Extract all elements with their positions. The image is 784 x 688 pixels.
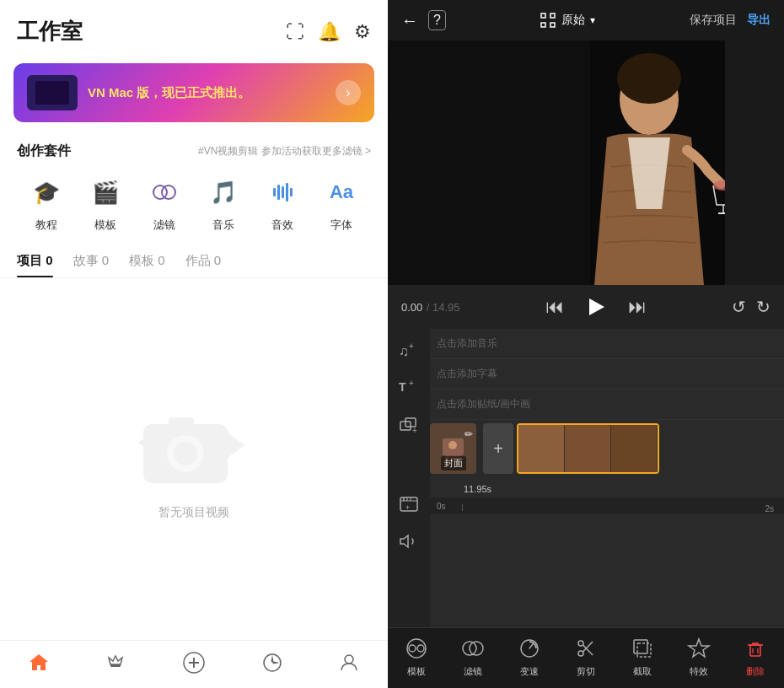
undo-button[interactable]: ↺ (732, 297, 746, 317)
settings-icon[interactable]: ⚙ (354, 21, 371, 43)
skip-back-button[interactable]: ⏮ (545, 296, 564, 318)
toolbar-template[interactable]: 模板 (388, 635, 444, 678)
svg-rect-24 (550, 23, 555, 27)
toolbar-cut[interactable]: 剪切 (557, 635, 614, 678)
svg-point-57 (578, 641, 583, 646)
toolbar-crop-label: 截取 (633, 665, 652, 678)
svg-marker-11 (228, 433, 244, 458)
add-overlay-tool-icon[interactable]: + (394, 410, 424, 440)
mode-selector[interactable]: 原始 ▾ (540, 12, 595, 29)
creation-item-font[interactable]: Aa 字体 (321, 172, 362, 233)
profile-icon (338, 652, 360, 674)
creation-item-filter[interactable]: 滤镜 (144, 172, 185, 233)
add-clip-tool-icon[interactable]: + (394, 489, 424, 519)
play-triangle-icon (589, 298, 604, 315)
video-preview (388, 40, 784, 285)
expand-icon[interactable]: ⛶ (286, 21, 304, 43)
creation-item-soundeffect[interactable]: 音效 (262, 172, 303, 233)
video-frame (388, 40, 784, 285)
creation-item-template[interactable]: 🎬 模板 (85, 172, 126, 233)
play-button[interactable] (581, 292, 611, 322)
nav-crown[interactable] (105, 652, 126, 674)
svg-text:♫: ♫ (399, 344, 409, 358)
export-button[interactable]: 导出 (747, 13, 771, 28)
toolbar-cut-icon (572, 635, 599, 662)
creation-kit-link[interactable]: #VN视频剪辑 参加活动获取更多滤镜 > (198, 144, 371, 159)
banner-text-before: VN Mac 版， (88, 85, 162, 99)
video-placeholder (388, 40, 784, 285)
creation-item-music[interactable]: 🎵 音乐 (203, 172, 244, 233)
vn-mac-banner[interactable]: VN Mac 版，现已正式推出。 › (13, 63, 374, 122)
explore-icon (261, 652, 283, 674)
sticker-track[interactable]: 点击添加贴纸/画中画 (430, 390, 784, 420)
toolbar-effect[interactable]: 特效 (671, 635, 728, 678)
svg-point-20 (345, 655, 353, 664)
tab-works[interactable]: 作品 0 (185, 246, 222, 277)
left-header: 工作室 ⛶ 🔔 ⚙ (0, 0, 388, 55)
mode-label: 原始 (561, 13, 585, 28)
svg-text:T: T (399, 380, 406, 394)
toolbar-template-label: 模板 (407, 665, 426, 678)
svg-text:+: + (409, 379, 414, 388)
filter-label: 滤镜 (153, 218, 175, 233)
svg-rect-5 (286, 183, 288, 202)
crown-icon (105, 652, 126, 674)
svg-marker-19 (272, 662, 280, 664)
creation-item-tutorial[interactable]: 🎓 教程 (26, 172, 67, 233)
soundeffect-icon (262, 172, 303, 212)
toolbar-delete[interactable]: 删除 (728, 635, 784, 678)
tutorial-label: 教程 (35, 218, 57, 233)
add-music-tool-icon[interactable]: ♫+ (394, 336, 424, 366)
editor-header-right: 保存项目 导出 (690, 13, 771, 28)
svg-rect-61 (634, 640, 647, 653)
toolbar-filter[interactable]: 滤镜 (444, 635, 501, 678)
nav-profile[interactable] (338, 652, 360, 674)
add-text-tool-icon[interactable]: T+ (394, 373, 424, 403)
tab-projects[interactable]: 项目 0 (17, 246, 53, 277)
thumb-frame-3 (611, 425, 658, 472)
tab-stories[interactable]: 故事 0 (73, 246, 110, 277)
audio-tool-icon[interactable] (394, 526, 424, 556)
banner-text-highlight: 现已正式推出。 (162, 85, 250, 99)
editor-header: ← ? 原始 ▾ 保存项目 导出 (388, 0, 784, 40)
toolbar-filter-icon (459, 635, 486, 662)
home-icon (28, 652, 50, 674)
tab-templates[interactable]: 模板 0 (129, 246, 165, 277)
svg-point-48 (448, 441, 457, 449)
nav-home[interactable] (28, 652, 50, 674)
music-icon: 🎵 (203, 172, 244, 212)
svg-rect-22 (550, 13, 555, 18)
ruler-mark-2: 2s (765, 504, 777, 513)
bottom-navigation (0, 640, 388, 688)
header-icons: ⛶ 🔔 ⚙ (286, 21, 371, 43)
toolbar-template-icon (403, 635, 430, 662)
timeline-area: ♫+ T+ + + 点击添加音乐 点击添加字幕 (388, 329, 784, 627)
empty-state-icon (135, 399, 253, 492)
svg-marker-63 (689, 639, 709, 657)
music-track[interactable]: 点击添加音乐 (430, 329, 784, 359)
subtitle-track[interactable]: 点击添加字幕 (430, 359, 784, 390)
svg-rect-32 (388, 40, 590, 285)
svg-point-50 (407, 639, 426, 658)
svg-rect-10 (169, 417, 194, 429)
notification-icon[interactable]: 🔔 (318, 21, 341, 43)
svg-rect-2 (273, 188, 276, 196)
playback-bar: 0.00 / 14.95 ⏮ ⏭ ↺ ↻ (388, 285, 784, 329)
help-icon[interactable]: ? (428, 10, 446, 30)
banner-arrow-icon[interactable]: › (336, 80, 361, 105)
add-subtitle-label: 点击添加字幕 (437, 367, 497, 381)
svg-rect-31 (725, 40, 784, 285)
back-icon[interactable]: ← (401, 11, 418, 30)
cover-thumbnail[interactable]: ✏ 封面 (430, 423, 476, 474)
svg-marker-18 (271, 655, 273, 663)
fullscreen-icon (540, 12, 556, 29)
save-button[interactable]: 保存项目 (690, 13, 737, 28)
redo-button[interactable]: ↻ (756, 297, 771, 317)
add-clip-button[interactable]: + (483, 423, 513, 474)
toolbar-crop[interactable]: 截取 (615, 635, 671, 678)
nav-add[interactable] (182, 651, 206, 675)
toolbar-speed[interactable]: 变速 (501, 635, 557, 678)
skip-forward-button[interactable]: ⏭ (628, 296, 647, 318)
nav-explore[interactable] (261, 652, 283, 674)
timeline-tools: ♫+ T+ + + (388, 329, 430, 627)
